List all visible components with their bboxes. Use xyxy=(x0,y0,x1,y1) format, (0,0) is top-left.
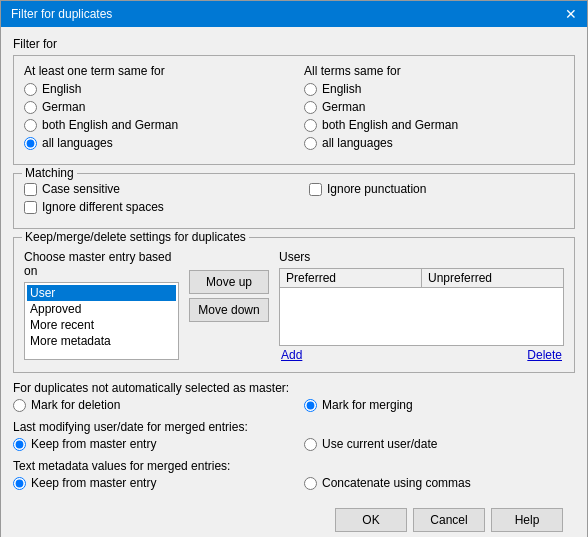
not-selected-left-col: Mark for deletion xyxy=(13,398,284,416)
mark-merging-radio[interactable] xyxy=(304,399,317,412)
use-current-user-row: Use current user/date xyxy=(304,437,575,451)
filter-for-label: Filter for xyxy=(13,37,575,51)
ignore-punct-check[interactable] xyxy=(309,183,322,196)
ignore-punct-row: Ignore punctuation xyxy=(309,182,564,196)
at-least-german-radio[interactable] xyxy=(24,101,37,114)
mark-deletion-row: Mark for deletion xyxy=(13,398,284,412)
move-down-button[interactable]: Move down xyxy=(189,298,269,322)
master-list[interactable]: User Approved More recent More metadata xyxy=(24,282,179,360)
all-both-label: both English and German xyxy=(322,118,458,132)
preferred-header: Preferred xyxy=(280,269,422,287)
use-current-user-radio[interactable] xyxy=(304,438,317,451)
ignore-punct-label: Ignore punctuation xyxy=(327,182,426,196)
at-least-one-col: At least one term same for English Germa… xyxy=(24,64,284,154)
text-meta-label: Text metadata values for merged entries: xyxy=(13,459,575,473)
ignore-spaces-row: Ignore different spaces xyxy=(24,200,279,214)
filter-for-cols: At least one term same for English Germa… xyxy=(24,64,564,154)
help-button[interactable]: Help xyxy=(491,508,563,532)
move-col: Move up Move down xyxy=(189,270,269,362)
ok-button[interactable]: OK xyxy=(335,508,407,532)
mark-merging-label: Mark for merging xyxy=(322,398,413,412)
at-least-one-label: At least one term same for xyxy=(24,64,284,78)
close-button[interactable]: ✕ xyxy=(565,7,577,21)
keep-master-user-row: Keep from master entry xyxy=(13,437,284,451)
at-least-both-label: both English and German xyxy=(42,118,178,132)
at-least-german-label: German xyxy=(42,100,85,114)
ignore-spaces-label: Ignore different spaces xyxy=(42,200,164,214)
master-item-more-recent[interactable]: More recent xyxy=(27,317,176,333)
mark-merging-row: Mark for merging xyxy=(304,398,575,412)
filter-for-duplicates-dialog: Filter for duplicates ✕ Filter for At le… xyxy=(0,0,588,537)
at-least-all-row: all languages xyxy=(24,136,284,150)
last-mod-left-col: Keep from master entry xyxy=(13,437,284,455)
at-least-all-radio[interactable] xyxy=(24,137,37,150)
matching-row: Case sensitive Ignore different spaces I… xyxy=(24,182,564,218)
at-least-english-radio[interactable] xyxy=(24,83,37,96)
add-button[interactable]: Add xyxy=(281,348,302,362)
case-sensitive-label: Case sensitive xyxy=(42,182,120,196)
master-label: Choose master entry based on xyxy=(24,250,179,278)
all-all-label: all languages xyxy=(322,136,393,150)
kmd-section: Keep/merge/delete settings for duplicate… xyxy=(13,237,575,373)
case-sensitive-check[interactable] xyxy=(24,183,37,196)
users-col: Users Preferred Unpreferred Add Delete xyxy=(279,250,564,362)
keep-master-meta-label: Keep from master entry xyxy=(31,476,156,490)
all-both-row: both English and German xyxy=(304,118,564,132)
all-english-radio[interactable] xyxy=(304,83,317,96)
all-all-row: all languages xyxy=(304,136,564,150)
all-both-radio[interactable] xyxy=(304,119,317,132)
move-up-button[interactable]: Move up xyxy=(189,270,269,294)
use-current-user-label: Use current user/date xyxy=(322,437,437,451)
text-meta-right-col: Concatenate using commas xyxy=(304,476,575,494)
filter-for-group: At least one term same for English Germa… xyxy=(13,55,575,165)
title-bar: Filter for duplicates ✕ xyxy=(1,1,587,27)
all-german-label: German xyxy=(322,100,365,114)
all-english-label: English xyxy=(322,82,361,96)
at-least-all-label: all languages xyxy=(42,136,113,150)
last-mod-right-col: Use current user/date xyxy=(304,437,575,455)
keep-master-user-radio[interactable] xyxy=(13,438,26,451)
cancel-button[interactable]: Cancel xyxy=(413,508,485,532)
matching-title: Matching xyxy=(22,166,77,180)
master-item-user[interactable]: User xyxy=(27,285,176,301)
all-english-row: English xyxy=(304,82,564,96)
concatenate-label: Concatenate using commas xyxy=(322,476,471,490)
matching-right-col: Ignore punctuation xyxy=(309,182,564,218)
all-all-radio[interactable] xyxy=(304,137,317,150)
mark-deletion-radio[interactable] xyxy=(13,399,26,412)
unpreferred-header: Unpreferred xyxy=(422,269,563,287)
not-selected-right-col: Mark for merging xyxy=(304,398,575,416)
dialog-footer: OK Cancel Help xyxy=(13,502,575,537)
users-table: Preferred Unpreferred xyxy=(279,268,564,346)
dialog-body: Filter for At least one term same for En… xyxy=(1,27,587,537)
matching-group: Matching Case sensitive Ignore different… xyxy=(13,173,575,229)
all-terms-col: All terms same for English German both E… xyxy=(304,64,564,154)
kmd-inner: Choose master entry based on User Approv… xyxy=(24,250,564,362)
last-mod-row: Keep from master entry Use current user/… xyxy=(13,437,575,455)
master-item-more-metadata[interactable]: More metadata xyxy=(27,333,176,349)
text-meta-left-col: Keep from master entry xyxy=(13,476,284,494)
ignore-spaces-check[interactable] xyxy=(24,201,37,214)
users-label: Users xyxy=(279,250,564,264)
at-least-both-radio[interactable] xyxy=(24,119,37,132)
text-meta-row: Keep from master entry Concatenate using… xyxy=(13,476,575,494)
matching-left-col: Case sensitive Ignore different spaces xyxy=(24,182,279,218)
at-least-german-row: German xyxy=(24,100,284,114)
keep-master-meta-radio[interactable] xyxy=(13,477,26,490)
concatenate-radio[interactable] xyxy=(304,477,317,490)
add-delete-row: Add Delete xyxy=(279,348,564,362)
last-mod-label: Last modifying user/date for merged entr… xyxy=(13,420,575,434)
case-sensitive-row: Case sensitive xyxy=(24,182,279,196)
all-german-radio[interactable] xyxy=(304,101,317,114)
mark-deletion-label: Mark for deletion xyxy=(31,398,120,412)
delete-button[interactable]: Delete xyxy=(527,348,562,362)
all-german-row: German xyxy=(304,100,564,114)
keep-master-user-label: Keep from master entry xyxy=(31,437,156,451)
master-item-approved[interactable]: Approved xyxy=(27,301,176,317)
bottom-options: For duplicates not automatically selecte… xyxy=(13,381,575,494)
not-selected-label: For duplicates not automatically selecte… xyxy=(13,381,575,395)
at-least-both-row: both English and German xyxy=(24,118,284,132)
users-table-header: Preferred Unpreferred xyxy=(280,269,563,288)
kmd-title: Keep/merge/delete settings for duplicate… xyxy=(22,230,249,244)
keep-master-meta-row: Keep from master entry xyxy=(13,476,284,490)
